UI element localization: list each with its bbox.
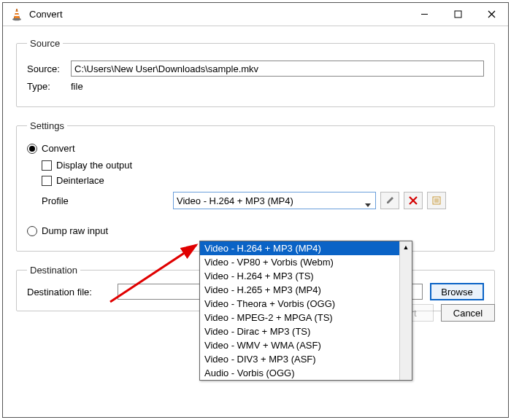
profile-combobox[interactable]: Video - H.264 + MP3 (MP4) bbox=[173, 192, 376, 209]
convert-radio-label: Convert bbox=[42, 143, 75, 154]
svg-marker-0 bbox=[14, 9, 20, 19]
deinterlace-checkbox[interactable] bbox=[42, 176, 52, 186]
source-legend: Source bbox=[27, 38, 63, 49]
profile-option[interactable]: Video - Theora + Vorbis (OGG) bbox=[200, 297, 412, 311]
profile-option[interactable]: Video - Dirac + MP3 (TS) bbox=[200, 324, 412, 338]
edit-profile-button[interactable] bbox=[380, 192, 399, 209]
chevron-down-icon bbox=[365, 198, 371, 209]
dump-raw-radio[interactable] bbox=[27, 226, 37, 236]
profile-option[interactable]: Video - MPEG-2 + MPGA (TS) bbox=[200, 311, 412, 324]
delete-profile-button[interactable] bbox=[404, 192, 423, 209]
window-title: Convert bbox=[29, 9, 407, 20]
svg-rect-2 bbox=[15, 15, 20, 16]
svg-point-3 bbox=[12, 18, 21, 20]
source-label: Source: bbox=[27, 63, 71, 74]
profile-dropdown-list[interactable]: Video - H.264 + MP3 (MP4)Video - VP80 + … bbox=[199, 241, 412, 381]
svg-marker-8 bbox=[365, 203, 371, 207]
display-output-checkbox[interactable] bbox=[42, 160, 52, 171]
svg-rect-1 bbox=[15, 12, 19, 13]
destination-legend: Destination bbox=[27, 265, 80, 276]
minimize-button[interactable] bbox=[407, 3, 441, 26]
profile-label: Profile bbox=[27, 195, 173, 206]
vlc-cone-icon bbox=[10, 8, 23, 21]
profile-combobox-value: Video - H.264 + MP3 (MP4) bbox=[177, 195, 293, 206]
titlebar: Convert bbox=[3, 3, 508, 26]
new-profile-button[interactable] bbox=[427, 192, 446, 209]
type-label: Type: bbox=[27, 81, 71, 92]
display-output-label: Display the output bbox=[56, 160, 132, 171]
profile-option[interactable]: Video - H.264 + MP3 (TS) bbox=[200, 269, 412, 283]
profile-option[interactable]: Audio - Vorbis (OGG) bbox=[200, 366, 412, 380]
cancel-button[interactable]: Cancel bbox=[441, 304, 495, 322]
dropdown-scrollbar[interactable]: ▲ bbox=[399, 241, 412, 380]
deinterlace-label: Deinterlace bbox=[56, 175, 104, 186]
profile-option[interactable]: Video - WMV + WMA (ASF) bbox=[200, 338, 412, 352]
destination-file-label: Destination file: bbox=[27, 287, 115, 298]
dump-raw-label: Dump raw input bbox=[42, 225, 108, 236]
convert-radio[interactable] bbox=[27, 144, 37, 154]
browse-button[interactable]: Browse bbox=[430, 283, 484, 300]
profile-option[interactable]: Video - H.264 + MP3 (MP4) bbox=[200, 241, 412, 255]
profile-option[interactable]: Video - DIV3 + MP3 (ASF) bbox=[200, 352, 412, 366]
type-value: file bbox=[71, 81, 83, 92]
profile-option[interactable]: Video - H.265 + MP3 (MP4) bbox=[200, 283, 412, 297]
scroll-up-icon[interactable]: ▲ bbox=[400, 241, 412, 253]
convert-window: Convert Source Source: Type: file Settin… bbox=[2, 2, 509, 418]
settings-legend: Settings bbox=[27, 120, 67, 131]
settings-group: Settings Convert Display the output Dein… bbox=[16, 120, 495, 252]
close-button[interactable] bbox=[474, 3, 508, 26]
maximize-button[interactable] bbox=[441, 3, 474, 26]
source-input[interactable] bbox=[71, 61, 484, 77]
svg-rect-5 bbox=[455, 11, 461, 18]
profile-option[interactable]: Video - VP80 + Vorbis (Webm) bbox=[200, 255, 412, 269]
source-group: Source Source: Type: file bbox=[16, 38, 495, 107]
